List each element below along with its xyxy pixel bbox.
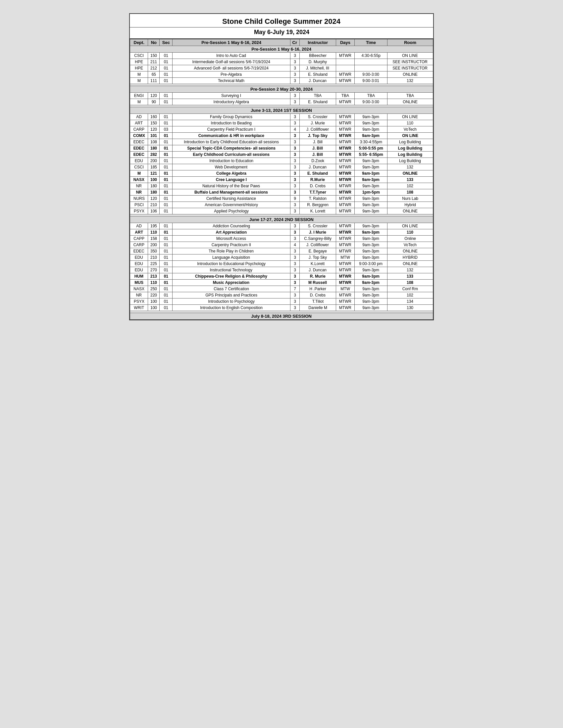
cr-cell: 3 — [290, 273, 300, 280]
sec-cell: 01 — [160, 99, 172, 105]
room-cell: ON LINE — [387, 53, 433, 59]
days-cell: MTWR — [336, 261, 355, 267]
sec-cell: 01 — [160, 71, 172, 78]
room-cell: 132 — [387, 267, 433, 273]
course-cell: Surveying I — [172, 93, 290, 99]
time-cell: 9am-3pm — [354, 126, 387, 133]
dept-cell: EDEC — [130, 152, 148, 158]
room-cell: 133 — [387, 273, 433, 280]
no-cell: 120 — [148, 126, 160, 133]
room-header: Room — [387, 39, 433, 46]
room-cell: Online — [387, 236, 433, 242]
cr-cell: 3 — [290, 292, 300, 298]
table-row: ON LINE4:30-6:55pMTWRBBeecher3Intro to A… — [130, 53, 433, 59]
instructor-cell: T. Ralston — [300, 196, 336, 202]
course-cell: Chippewa-Cree Religion & Philosophy — [172, 273, 290, 280]
instructor-cell: J. Top Sky — [300, 133, 336, 139]
no-cell: 250 — [148, 286, 160, 292]
time-cell: 9am-3pm — [354, 305, 387, 311]
course-cell: American Government/History — [172, 202, 290, 208]
days-cell: MTWR — [336, 158, 355, 164]
sec-cell: 01 — [160, 65, 172, 71]
sec-cell: 01 — [160, 170, 172, 177]
time-cell: 9:00-3:00 — [354, 99, 387, 105]
days-cell: MTWR — [336, 139, 355, 145]
course-cell: Music Appreciation — [172, 280, 290, 286]
sec-cell: 01 — [160, 164, 172, 170]
days-cell: MTWR — [336, 99, 355, 105]
cr-cell: 3 — [290, 93, 300, 99]
course-cell: Certified Nursing Assistance — [172, 196, 290, 202]
cr-cell: 3 — [290, 65, 300, 71]
course-cell: Communication & HR in workplace — [172, 133, 290, 139]
sec-cell: 01 — [160, 183, 172, 189]
room-cell: ONLINE — [387, 170, 433, 177]
time-cell: 9am-3pm — [354, 158, 387, 164]
session-header-row: Pre-Session 1 May 6-16, 2024 — [130, 46, 433, 53]
session-label: Pre-Session 2 May 20-30, 2024 — [130, 86, 433, 93]
time-cell: 9am-3pm — [354, 202, 387, 208]
cr-cell: 3 — [290, 177, 300, 183]
no-cell: 150 — [148, 53, 160, 59]
time-cell: 9am-3pm — [354, 196, 387, 202]
room-cell: 130 — [387, 305, 433, 311]
sec-cell: 03 — [160, 126, 172, 133]
sec-cell: 01 — [160, 59, 172, 65]
cr-cell: 4 — [290, 242, 300, 248]
dept-cell: AD — [130, 223, 148, 229]
days-cell: MTWR — [336, 273, 355, 280]
no-cell: 210 — [148, 254, 160, 261]
sec-cell: 01 — [160, 261, 172, 267]
instructor-cell: T.T.Tyner — [300, 189, 336, 196]
dept-cell: COMX — [130, 133, 148, 139]
course-cell: Introduction to English Composition — [172, 305, 290, 311]
page-title: Stone Child College Summer 2024 — [130, 14, 433, 27]
room-cell: ON LINE — [387, 133, 433, 139]
table-row: VoTech9am-3pmMTWRJ. Colliflower4Carpentr… — [130, 126, 433, 133]
days-header: Days — [336, 39, 355, 46]
time-cell: 9:00-3:00 pm — [354, 261, 387, 267]
table-row: ONLINE9:00-3:00MTWRE. Shuland3Introducto… — [130, 99, 433, 105]
sec-cell: 01 — [160, 223, 172, 229]
session-label: Pre-Session 1 May 6-16, 2024 — [130, 46, 433, 53]
table-row: SEE INSTRUCTORJ. Mitchell, III3Advanced … — [130, 65, 433, 71]
no-cell: 100 — [148, 305, 160, 311]
no-cell: 270 — [148, 267, 160, 273]
instructor-cell: R.Murie — [300, 177, 336, 183]
table-row: Log Building5:00-5:55 pmMTWRJ. Bill3Spec… — [130, 145, 433, 152]
no-cell: 282 — [148, 152, 160, 158]
cr-cell: 3 — [290, 78, 300, 84]
table-row: 1329am-3pmMTWRJ. Duncan3Web Development0… — [130, 164, 433, 170]
cr-cell: 3 — [290, 120, 300, 126]
days-cell: MTW — [336, 254, 355, 261]
room-cell: TBA — [387, 93, 433, 99]
sec-cell: 01 — [160, 305, 172, 311]
room-cell: Conf Rm — [387, 286, 433, 292]
time-header: Time — [354, 39, 387, 46]
sec-cell: 01 — [160, 254, 172, 261]
instructor-cell: J. Murie — [300, 120, 336, 126]
dept-cell: PSYX — [130, 208, 148, 214]
table-row: 1081pm-5pmMTWRT.T.Tyner3Buffalo Land Man… — [130, 189, 433, 196]
days-cell: TBA — [336, 93, 355, 99]
no-cell: 185 — [148, 164, 160, 170]
sec-cell: 01 — [160, 133, 172, 139]
days-cell — [336, 59, 355, 65]
time-cell — [354, 65, 387, 71]
sec-cell: 01 — [160, 248, 172, 254]
time-cell: 9am-3pm — [354, 248, 387, 254]
time-cell: 1pm-5pm — [354, 189, 387, 196]
cr-cell: 3 — [290, 236, 300, 242]
session-label: June 17-27, 2024 2ND SESSION — [130, 216, 433, 223]
cr-cell: 9 — [290, 196, 300, 202]
days-cell: MTWR — [336, 248, 355, 254]
instructor-cell: S. Crossler — [300, 114, 336, 120]
dept-cell: EDEC — [130, 145, 148, 152]
sec-cell: 01 — [160, 229, 172, 236]
dept-cell: WRIT — [130, 305, 148, 311]
dept-cell: NASX — [130, 177, 148, 183]
no-cell: 121 — [148, 170, 160, 177]
instructor-cell: J. I Murie — [300, 229, 336, 236]
course-cell: Language Acquisition — [172, 254, 290, 261]
instructor-cell: J. Duncan — [300, 267, 336, 273]
